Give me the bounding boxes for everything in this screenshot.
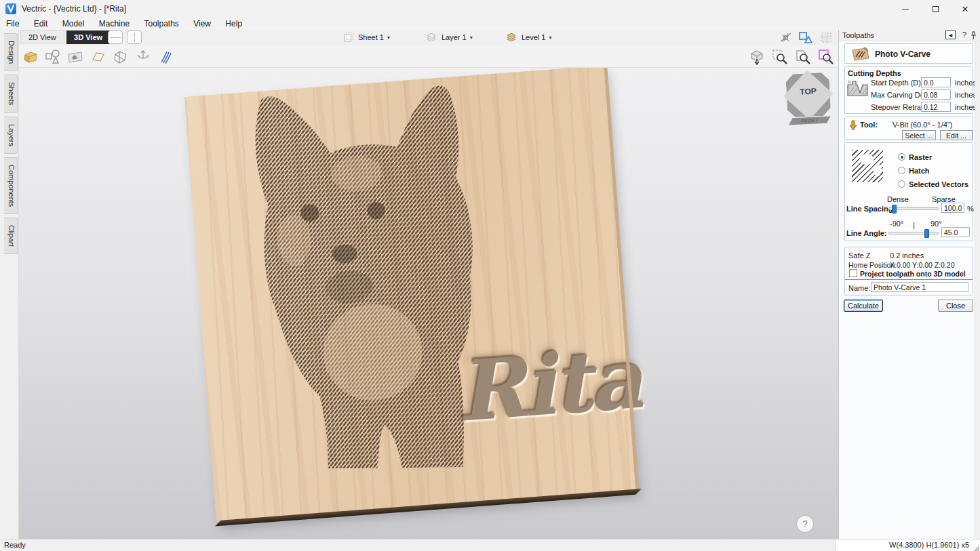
sidebar-tab-design[interactable]: Design — [4, 33, 18, 71]
selected-vectors-radio[interactable] — [898, 180, 905, 188]
start-depth-units: inches — [955, 79, 977, 87]
form-title: Photo V-Carve — [875, 49, 930, 59]
angle-max-label: 90° — [930, 220, 942, 228]
strategy-box: Raster Hatch Selected Vectors Dense Spar… — [844, 142, 973, 241]
layer-icon — [426, 32, 438, 43]
status-bar: Ready W(4.3800) H(1.9601) x5 — [0, 539, 980, 551]
calculate-button[interactable]: Calculate — [844, 300, 883, 312]
line-angle-input[interactable] — [941, 227, 970, 237]
panel-pin-icon[interactable] — [970, 31, 977, 40]
create-toolpath-button[interactable] — [157, 48, 175, 66]
wireframe-cube-icon — [112, 49, 128, 65]
menu-view[interactable]: View — [187, 18, 217, 30]
panel-help-icon[interactable]: ? — [962, 30, 966, 39]
view-orientation-cube[interactable]: TOP FRONT — [783, 69, 836, 126]
toolpath-name-input[interactable] — [871, 282, 968, 292]
toolpath-waves-icon — [157, 49, 175, 65]
level-dropdown[interactable]: Level 1▾ — [506, 31, 552, 43]
set-datum-button[interactable]: YX — [134, 48, 152, 66]
sheet-dropdown[interactable]: Sheet 1▾ — [343, 31, 390, 43]
line-spacing-units: % — [967, 205, 974, 213]
stepover-retract-label: Stepover Retract — [871, 103, 927, 111]
layer-dropdown[interactable]: Layer 1▾ — [426, 31, 473, 43]
raster-preview-icon — [852, 150, 883, 182]
viewcube-front-label: FRONT — [789, 116, 830, 125]
tool-box: Tool: V-Bit (60.0° - 1/4") Select ... Ed… — [844, 117, 973, 140]
sidebar-tab-components[interactable]: Components — [4, 157, 18, 214]
zoom-selection-icon — [817, 48, 835, 66]
material-block-button[interactable] — [22, 48, 39, 66]
zoom-box-button[interactable] — [771, 48, 789, 66]
line-angle-slider[interactable] — [888, 232, 939, 234]
wireframe-model-button[interactable] — [111, 48, 129, 66]
form-title-box: Photo V-Carve — [844, 43, 973, 64]
draw-vectors-button[interactable] — [44, 48, 62, 66]
safe-z-label: Safe Z — [848, 251, 870, 260]
resize-grip[interactable] — [973, 545, 979, 551]
line-spacing-slider[interactable] — [888, 207, 939, 210]
edit-image-button[interactable] — [66, 48, 84, 66]
close-button[interactable]: ✕ — [950, 0, 980, 18]
tab-3d-view[interactable]: 3D View — [66, 30, 110, 44]
sidebar-tab-sheets[interactable]: Sheets — [4, 75, 18, 113]
home-position-value: X:0.00 Y:0.00 Z:0.20 — [890, 261, 955, 269]
chevron-down-icon: ▾ — [387, 35, 390, 41]
photo-vcarve-icon — [850, 46, 871, 62]
split-vertical-icon[interactable] — [127, 30, 142, 44]
tool-arrow-icon — [848, 120, 858, 131]
start-depth-label: Start Depth (D) — [871, 79, 921, 87]
svg-text:X: X — [147, 54, 150, 58]
panel-collapse-icon[interactable]: ◄ — [945, 30, 956, 39]
maximize-button[interactable] — [920, 0, 950, 18]
snap-grid-button[interactable] — [819, 30, 834, 47]
raster-radio[interactable] — [898, 153, 905, 161]
stepover-retract-units: inches — [955, 103, 977, 111]
cutting-depths-title: Cutting Depths — [848, 69, 901, 77]
sidebar-tab-layers[interactable]: Layers — [4, 117, 18, 154]
create-sheet-button[interactable] — [89, 48, 106, 66]
snap-geometry-button[interactable] — [779, 30, 793, 47]
minimize-button[interactable] — [890, 0, 920, 18]
line-spacing-slider-handle[interactable] — [892, 205, 897, 213]
menu-machine[interactable]: Machine — [93, 18, 136, 30]
material-board: Rita — [184, 68, 635, 521]
tool-select-button[interactable]: Select ... — [902, 130, 936, 140]
isometric-view-button[interactable] — [748, 48, 766, 66]
sidebar-tab-clipart[interactable]: Clipart — [4, 218, 18, 254]
menu-bar: File Edit Model Machine Toolpaths View H… — [0, 18, 980, 30]
safe-z-value: 0.2 inches — [890, 251, 924, 260]
menu-help[interactable]: Help — [219, 18, 248, 30]
menu-file[interactable]: File — [0, 18, 25, 30]
status-dimensions: W(4.3800) H(1.9601) x5 — [889, 541, 969, 549]
project-toolpath-checkbox[interactable] — [849, 269, 857, 277]
zoom-selection-button[interactable] — [817, 48, 835, 66]
start-depth-input[interactable] — [921, 77, 951, 87]
menu-model[interactable]: Model — [56, 18, 91, 30]
left-tab-strip: Design Sheets Layers Components Clipart — [0, 30, 19, 539]
split-horizontal-icon[interactable] — [108, 30, 123, 44]
datum-anchor-icon: YX — [135, 49, 151, 65]
hatch-radio[interactable] — [898, 167, 905, 174]
sheet-dropdown-label: Sheet 1 — [358, 33, 384, 41]
max-depth-input[interactable] — [921, 89, 951, 100]
line-spacing-input[interactable] — [941, 203, 964, 213]
minimize-icon — [902, 9, 909, 9]
menu-edit[interactable]: Edit — [28, 18, 54, 30]
angle-min-label: -90° — [890, 220, 903, 228]
close-icon: ✕ — [962, 5, 969, 14]
line-angle-slider-handle[interactable] — [924, 229, 929, 238]
zoom-drawing-button[interactable] — [794, 48, 812, 66]
panel-scrollbar[interactable] — [975, 41, 980, 539]
menu-toolpaths[interactable]: Toolpaths — [138, 18, 184, 30]
help-question-icon: ? — [802, 518, 808, 529]
dense-label: Dense — [887, 195, 909, 203]
stepover-retract-input[interactable] — [921, 102, 951, 112]
material-block-icon — [22, 49, 39, 64]
close-panel-button[interactable]: Close — [938, 300, 973, 312]
tab-2d-view[interactable]: 2D View — [20, 30, 64, 43]
snap-guides-button[interactable] — [798, 30, 814, 47]
3d-view-canvas[interactable]: Rita TOP FRONT ? — [19, 68, 838, 539]
tool-edit-button[interactable]: Edit ... — [940, 130, 973, 140]
canvas-help-button[interactable]: ? — [796, 515, 814, 533]
sheet-icon — [343, 32, 355, 43]
